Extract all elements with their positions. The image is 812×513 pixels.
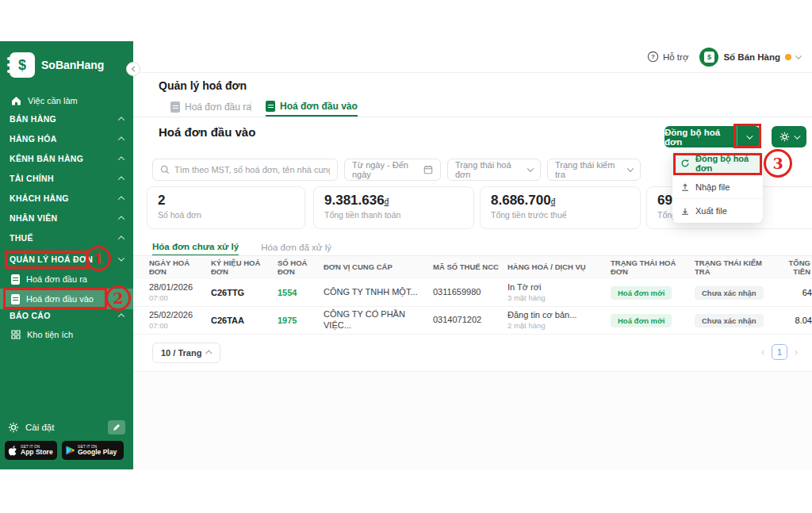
- search-field[interactable]: [152, 159, 338, 181]
- invoice-number[interactable]: 1554: [278, 288, 317, 297]
- previous-page-button[interactable]: ‹: [761, 346, 764, 358]
- refresh-icon: [680, 159, 690, 168]
- chevron-down-icon: [627, 165, 634, 171]
- tab-hoa-don-dau-ra[interactable]: Hoá đơn đầu ra: [170, 97, 251, 117]
- stat-card-invoice-count: 2 Số hoá đơn: [147, 186, 305, 229]
- store-badges: GET IT ON App Store GET IT ON Google Pla…: [5, 441, 124, 460]
- help-button[interactable]: ? Hỗ trợ: [647, 51, 688, 63]
- date-range-picker[interactable]: Từ ngày - Đến ngày: [344, 159, 441, 181]
- settings-label: Cài đặt: [25, 423, 102, 432]
- invoice-status-badge: Hoá đơn mới: [611, 314, 672, 327]
- menu-item-dong-bo-hoa-don[interactable]: Đồng bộ hoá đơn: [672, 151, 763, 175]
- column-header: NGÀY HOÁ ĐƠN: [149, 259, 205, 277]
- invoice-date: 28/01/2026: [149, 282, 205, 293]
- invoice-serial: C26TTG: [211, 288, 271, 297]
- invoice-date: 25/02/2026: [149, 310, 205, 321]
- chevron-up-icon: [205, 350, 212, 356]
- chevron-down-icon: [527, 165, 534, 171]
- sidebar-item-viec-can-lam[interactable]: Việc cần làm: [0, 92, 133, 109]
- check-status-select[interactable]: Trạng thái kiểm tra: [547, 159, 641, 181]
- sidebar-item-khach-hang[interactable]: KHÁCH HÀNG: [0, 190, 133, 207]
- stat-card-pretax-total: 8.686.700đ Tổng tiền trước thuế: [480, 186, 641, 229]
- column-header: ĐƠN VỊ CUNG CẤP: [324, 263, 427, 272]
- account-name: Số Bán Hàng: [723, 52, 780, 62]
- current-page-button[interactable]: 1: [772, 344, 787, 360]
- sidebar-item-quan-ly-hoa-don[interactable]: QUẢN LÝ HOÁ ĐƠN: [0, 251, 133, 268]
- tab-separator: [251, 101, 251, 113]
- google-play-icon: [66, 446, 75, 455]
- chevron-down-icon: [118, 255, 124, 261]
- supplier-name: CÔNG TY CỔ PHẦN VIỆC...: [324, 309, 427, 331]
- tab-hoa-don-dau-vao[interactable]: Hoá đơn đầu vào: [266, 97, 358, 117]
- sidebar-item-kho-tien-ich[interactable]: Kho tiện ích: [0, 326, 133, 343]
- table-row[interactable]: 25/02/2026 07:00 C26TAA 1975 CÔNG TY CỔ …: [133, 307, 812, 335]
- stat-card-total-paid: 9.381.636đ Tổng tiền thanh toán: [313, 186, 474, 229]
- home-icon: [11, 96, 21, 105]
- currency-unit: đ: [551, 197, 556, 206]
- menu-item-nhap-file[interactable]: Nhập file: [672, 175, 763, 199]
- store-name: App Store: [21, 449, 53, 456]
- goods-count: 2 mặt hàng: [508, 321, 604, 331]
- column-header: MÃ SỐ THUẾ NCC: [433, 263, 501, 272]
- subtab-chua-xu-ly[interactable]: Hóa đơn chưa xử lý: [152, 238, 239, 256]
- sidebar-item-nhan-vien[interactable]: NHÂN VIÊN: [0, 209, 133, 227]
- settings-dropdown-button[interactable]: [772, 126, 806, 147]
- chevron-up-icon: [118, 313, 124, 320]
- google-play-badge[interactable]: GET IT ON Google Play: [62, 441, 124, 460]
- main-content: ? Hỗ trợ $ Số Bán Hàng Quản lý hoá đơn: [133, 41, 812, 469]
- app-store-badge[interactable]: GET IT ON App Store: [5, 441, 57, 460]
- table-row[interactable]: 28/01/2026 07:00 C26TTG 1554 CÔNG TY TNH…: [133, 279, 812, 307]
- screenshot-canvas: $ SoBanHang Việc cần làm BÁN HÀNG HÀNG H…: [0, 0, 812, 513]
- search-input[interactable]: [174, 165, 330, 174]
- brand-logo[interactable]: $ SoBanHang: [10, 52, 104, 78]
- document-icon: [11, 274, 20, 285]
- chevron-down-icon: [746, 132, 753, 139]
- chevron-up-icon: [118, 196, 124, 202]
- page-size-select[interactable]: 10 / Trang: [152, 343, 220, 363]
- sidebar-collapse-button[interactable]: [126, 62, 140, 76]
- stat-label: Số hoá đơn: [158, 210, 294, 220]
- sync-dropdown-toggle[interactable]: [737, 126, 760, 147]
- sync-invoices-button[interactable]: Đồng bộ hoá đơn: [665, 126, 737, 147]
- menu-item-label: Đồng bộ hoá đơn: [695, 154, 755, 173]
- sidebar-item-tai-chinh[interactable]: TÀI CHÍNH: [0, 170, 133, 187]
- column-header: HÀNG HOÁ / DỊCH VỤ: [508, 263, 604, 272]
- chevron-up-icon: [118, 117, 124, 123]
- goods-name: Đăng tin cơ bản...: [508, 310, 604, 321]
- goods-count: 3 mặt hàng: [508, 293, 604, 303]
- next-page-button[interactable]: ›: [795, 346, 798, 358]
- search-icon: [160, 165, 170, 174]
- supplier-tax-code: 0311659980: [433, 287, 501, 298]
- table-subtabs: Hóa đơn chưa xử lý Hóa đơn đã xử lý: [152, 238, 331, 256]
- sidebar-item-thue[interactable]: THUẾ: [0, 229, 133, 247]
- supplier-tax-code: 0314071202: [433, 315, 501, 326]
- document-plus-icon: [11, 294, 20, 304]
- tab-label: Hoá đơn đầu ra: [185, 101, 251, 113]
- account-menu[interactable]: $ Số Bán Hàng: [699, 48, 801, 67]
- gear-icon: [8, 422, 19, 433]
- sidebar-item-hoa-don-dau-ra[interactable]: Hoá đơn đầu ra: [0, 270, 133, 288]
- column-header: SỐ HOÁ ĐƠN: [278, 259, 317, 277]
- menu-item-label: Nhập file: [695, 182, 730, 192]
- settings-row[interactable]: Cài đặt: [0, 418, 133, 437]
- sidebar-item-ban-hang[interactable]: BÁN HÀNG: [0, 110, 133, 128]
- sidebar-item-bao-cao[interactable]: BÁO CÁO: [0, 307, 133, 324]
- stat-value: 9.381.636: [324, 193, 385, 208]
- menu-item-xuat-file[interactable]: Xuất file: [672, 199, 763, 223]
- app-window: $ SoBanHang Việc cần làm BÁN HÀNG HÀNG H…: [0, 41, 812, 469]
- column-header: TRẠNG THÁI HOÁ ĐƠN: [611, 259, 688, 277]
- sidebar-item-hang-hoa[interactable]: HÀNG HÓA: [0, 130, 133, 147]
- page-title: Quản lý hoá đơn: [159, 79, 247, 92]
- invoice-status-select[interactable]: Trạng thái hoá đơn: [447, 159, 541, 181]
- sidebar-item-label: BÁO CÁO: [10, 311, 113, 320]
- calendar-icon: [423, 165, 433, 174]
- sidebar-item-label: TÀI CHÍNH: [10, 174, 113, 183]
- subtab-da-xu-ly[interactable]: Hóa đơn đã xử lý: [261, 238, 331, 256]
- invoice-number[interactable]: 1975: [278, 316, 317, 325]
- invoice-status-badge: Hoá đơn mới: [611, 286, 672, 300]
- sync-dropdown-menu: Đồng bộ hoá đơn Nhập file Xuất file: [672, 151, 763, 223]
- section-title: Hoá đơn đầu vào: [159, 125, 255, 139]
- sidebar-item-kenh-ban-hang[interactable]: KÊNH BÁN HÀNG: [0, 150, 133, 167]
- edit-button[interactable]: [108, 420, 125, 435]
- document-icon: [266, 101, 275, 112]
